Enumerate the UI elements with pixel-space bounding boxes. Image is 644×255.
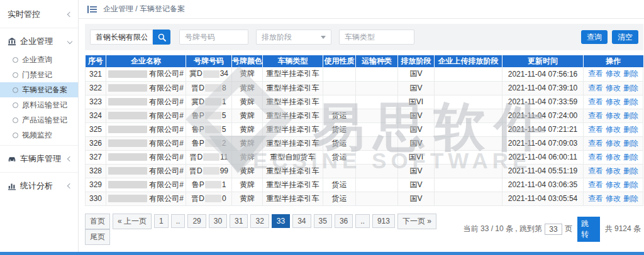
search-button[interactable] [153, 30, 170, 45]
sidebar-subitem[interactable]: 车辆登记备案 [0, 82, 78, 97]
edit-link[interactable]: 修改 [606, 194, 621, 203]
plate-color-cell: 黄牌 [232, 67, 263, 81]
delete-link[interactable]: 删除 [623, 166, 638, 175]
view-link[interactable]: 查看 [588, 139, 603, 148]
upload-stage-cell [435, 150, 502, 164]
view-link[interactable]: 查看 [588, 111, 603, 120]
page-button[interactable]: 31 [230, 214, 248, 228]
delete-link[interactable]: 删除 [623, 111, 638, 120]
edit-link[interactable]: 修改 [606, 153, 621, 161]
sidebar-item-realtime[interactable]: 实时管控 [0, 4, 78, 25]
edit-link[interactable]: 修改 [606, 139, 621, 148]
view-link[interactable]: 查看 [588, 194, 603, 203]
sidebar-item-label: 车辆库管理 [20, 153, 68, 165]
delete-link[interactable]: 删除 [623, 180, 638, 189]
plate-prefix: 冀D [189, 69, 203, 78]
delete-link[interactable]: 删除 [623, 139, 638, 148]
page-button[interactable]: 33 [272, 214, 290, 228]
jump-page-input[interactable] [545, 224, 562, 235]
page-button[interactable]: 34 [292, 214, 311, 228]
vehicle-type-cell: 重型半挂牵引车 [263, 109, 323, 122]
delete-link[interactable]: 删除 [623, 97, 638, 106]
plate-number-input[interactable] [179, 30, 248, 45]
seq-cell: 329 [86, 178, 106, 192]
plate-prefix: 冀D [191, 97, 204, 106]
seq-cell: 330 [86, 192, 106, 205]
sidebar-item-vehicle-lib[interactable]: 车辆库管理 [0, 148, 78, 170]
delete-link[interactable]: 删除 [623, 153, 638, 161]
page-button[interactable]: 913 [372, 214, 395, 228]
edit-link[interactable]: 修改 [606, 180, 621, 189]
page-button[interactable]: 35 [314, 214, 332, 228]
company-suffix: 有限公司# [149, 69, 184, 78]
sidebar-item-label: 企业管理 [20, 36, 68, 47]
plate-prefix: 鲁P [192, 111, 204, 120]
vehicle-type-cell: 重型半挂牵引车 [263, 136, 323, 150]
page-button[interactable]: « 上一页 [113, 214, 152, 229]
view-link[interactable]: 查看 [588, 153, 603, 161]
page-button[interactable]: 下一页 » [397, 214, 436, 229]
table-row: 330 有限公司# 晋D0 黄牌 重型半挂牵引车 货运 国V 2021-11-0… [86, 192, 643, 205]
company-search-input[interactable] [90, 30, 153, 45]
vehicle-type-cell: 重型半挂牵引车 [263, 95, 323, 109]
column-header: 号牌颜色 [232, 55, 263, 67]
edit-link[interactable]: 修改 [606, 111, 621, 120]
sidebar-subitem[interactable]: 产品运输登记 [0, 112, 78, 127]
emission-stage-select[interactable]: 排放阶段 [256, 30, 331, 45]
view-link[interactable]: 查看 [588, 84, 603, 92]
sidebar-subitem[interactable]: 原料运输登记 [0, 97, 78, 112]
vehicle-type-input[interactable] [339, 30, 414, 45]
edit-link[interactable]: 修改 [606, 69, 621, 78]
redacted-company-box [108, 112, 147, 119]
sidebar-subitem-label: 视频监控 [22, 130, 52, 141]
view-link[interactable]: 查看 [588, 125, 603, 134]
sidebar-subitem[interactable]: 企业查询 [0, 52, 78, 67]
actions-cell: 查看修改删除 [584, 81, 643, 95]
pagination: 首页« 上一页1..2930313233343536..913下一页 »尾页 当… [85, 214, 643, 245]
filter-panel: 排放阶段 查询 清空 [85, 24, 643, 50]
view-link[interactable]: 查看 [588, 97, 603, 106]
sidebar-subitem[interactable]: 门禁登记 [0, 67, 78, 82]
page-button[interactable]: 30 [209, 214, 227, 228]
stage-cell: 国V [398, 178, 435, 192]
sidebar-item-enterprise[interactable]: 企业管理 [0, 31, 78, 52]
updated-cell: 2021-11-04 07:24:00 [502, 109, 584, 122]
edit-link[interactable]: 修改 [606, 84, 621, 92]
plate-cell: 冀D34 [186, 67, 232, 81]
delete-link[interactable]: 删除 [623, 84, 638, 92]
page-button[interactable]: 32 [250, 214, 269, 228]
usage-cell: 货运 [323, 192, 356, 205]
upload-stage-cell [435, 95, 502, 109]
delete-link[interactable]: 删除 [623, 125, 638, 134]
collapse-menu-icon[interactable] [87, 6, 97, 13]
view-link[interactable]: 查看 [588, 166, 603, 175]
column-header: 使用性质 [323, 55, 356, 67]
column-header: 序号 [86, 55, 106, 67]
edit-link[interactable]: 修改 [606, 125, 621, 134]
sidebar-subitem[interactable]: 视频监控 [0, 127, 78, 143]
view-link[interactable]: 查看 [588, 69, 603, 78]
page-button[interactable]: .. [171, 214, 186, 228]
view-link[interactable]: 查看 [588, 180, 603, 189]
page-button[interactable]: 29 [187, 214, 206, 228]
page-button[interactable]: 36 [335, 214, 353, 228]
clear-button[interactable]: 清空 [612, 30, 638, 44]
page-button[interactable]: 尾页 [85, 229, 110, 245]
page-button[interactable]: 1 [154, 214, 169, 228]
query-button[interactable]: 查询 [581, 30, 608, 44]
edit-link[interactable]: 修改 [606, 97, 621, 106]
delete-link[interactable]: 删除 [623, 69, 638, 78]
circle-icon [13, 57, 18, 63]
page-button[interactable]: 首页 [85, 214, 110, 229]
jump-button[interactable]: 跳转 [577, 217, 600, 242]
plate-prefix: 鲁P [192, 139, 204, 148]
stage-cell: 国VI [398, 95, 435, 109]
edit-link[interactable]: 修改 [606, 166, 621, 175]
table-row: 321 有限公司# 冀D34 黄牌 重型半挂牵引车 国V 2021-11-04 … [86, 67, 643, 81]
stage-cell: 国V [398, 192, 435, 205]
sidebar-item-stats[interactable]: 统计分析 [0, 175, 78, 197]
transport-cell [356, 95, 398, 109]
company-suffix: 有限公司# [149, 194, 184, 203]
page-button[interactable]: .. [355, 214, 370, 228]
delete-link[interactable]: 删除 [623, 194, 638, 203]
